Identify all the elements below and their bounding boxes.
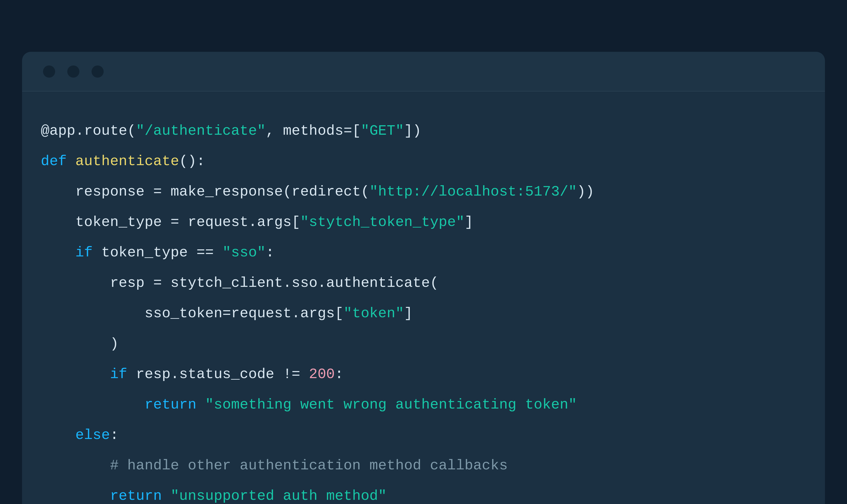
code-line: if resp.status_code != 200: bbox=[41, 359, 812, 390]
code-line: token_type = request.args["stytch_token_… bbox=[41, 207, 812, 237]
code-token bbox=[41, 488, 110, 504]
code-token: ] bbox=[404, 305, 413, 322]
code-line: resp = stytch_client.sso.authenticate( bbox=[41, 268, 812, 298]
code-token: ]) bbox=[404, 123, 421, 139]
code-token: else bbox=[75, 427, 110, 443]
code-token bbox=[41, 457, 110, 474]
code-token: def bbox=[41, 153, 75, 169]
code-token: resp = stytch_client.sso.authenticate( bbox=[41, 275, 439, 291]
code-token bbox=[41, 397, 144, 413]
code-token: : bbox=[110, 427, 119, 443]
code-token: ] bbox=[464, 214, 473, 230]
code-token: response = make_response(redirect( bbox=[41, 184, 369, 200]
code-token: "token" bbox=[343, 305, 404, 322]
code-token bbox=[196, 397, 205, 413]
window-control-zoom-icon[interactable] bbox=[91, 66, 104, 78]
window-control-minimize-icon[interactable] bbox=[67, 66, 80, 78]
code-line: def authenticate(): bbox=[41, 146, 812, 177]
code-token: if bbox=[110, 366, 127, 382]
code-token: , methods=[ bbox=[266, 123, 360, 139]
code-token: # handle other authentication method cal… bbox=[110, 457, 508, 474]
code-line: sso_token=request.args["token"] bbox=[41, 298, 812, 329]
code-token: "sso" bbox=[222, 245, 266, 261]
code-block: @app.route("/authenticate", methods=["GE… bbox=[22, 91, 825, 504]
code-token bbox=[41, 427, 75, 443]
code-token bbox=[41, 245, 75, 261]
code-line: if token_type == "sso": bbox=[41, 237, 812, 268]
code-token: token_type = request.args[ bbox=[41, 214, 300, 230]
code-token: ) bbox=[41, 336, 119, 352]
code-line: return "something went wrong authenticat… bbox=[41, 390, 812, 420]
code-token: : bbox=[335, 366, 343, 382]
code-line: else: bbox=[41, 420, 812, 450]
code-token: "GET" bbox=[361, 123, 404, 139]
code-token: sso_token=request.args[ bbox=[41, 305, 343, 322]
stage: @app.route("/authenticate", methods=["GE… bbox=[0, 0, 847, 504]
code-token: return bbox=[110, 488, 162, 504]
code-line: response = make_response(redirect("http:… bbox=[41, 177, 812, 207]
code-token: return bbox=[144, 397, 196, 413]
code-token: ( bbox=[127, 123, 136, 139]
code-line: # handle other authentication method cal… bbox=[41, 450, 812, 481]
code-token: token_type == bbox=[93, 245, 222, 261]
code-token: "/authenticate" bbox=[136, 123, 266, 139]
code-token: @app.route bbox=[41, 123, 127, 139]
code-token: if bbox=[75, 245, 93, 261]
code-token: : bbox=[266, 245, 274, 261]
code-token: )) bbox=[577, 184, 594, 200]
code-token: (): bbox=[179, 153, 205, 169]
code-token: "http://localhost:5173/" bbox=[369, 184, 577, 200]
window-control-close-icon[interactable] bbox=[43, 66, 55, 78]
code-line: return "unsupported auth method" bbox=[41, 481, 812, 504]
code-token: "stytch_token_type" bbox=[300, 214, 464, 230]
code-token bbox=[162, 488, 171, 504]
code-line: ) bbox=[41, 329, 812, 359]
code-token bbox=[41, 366, 110, 382]
code-token: 200 bbox=[309, 366, 335, 382]
code-token: resp.status_code != bbox=[127, 366, 309, 382]
code-token: "something went wrong authenticating tok… bbox=[205, 397, 577, 413]
window-titlebar bbox=[22, 52, 825, 91]
code-window: @app.route("/authenticate", methods=["GE… bbox=[22, 52, 825, 504]
code-token: "unsupported auth method" bbox=[171, 488, 387, 504]
code-line: @app.route("/authenticate", methods=["GE… bbox=[41, 116, 812, 146]
code-token: authenticate bbox=[75, 153, 179, 169]
